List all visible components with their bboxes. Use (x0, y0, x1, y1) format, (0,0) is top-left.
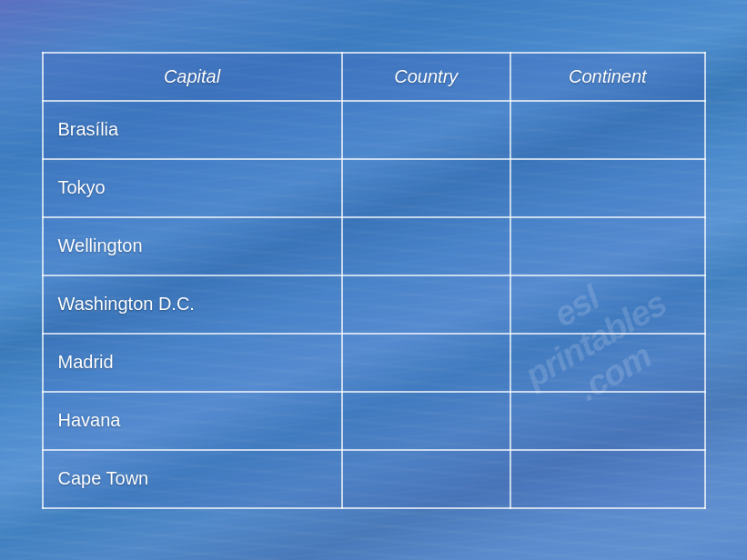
table-row: Cape Town (43, 450, 705, 508)
cell-capital-3: Washington D.C. (43, 275, 342, 334)
cell-capital-0: Brasília (43, 101, 342, 159)
cell-capital-4: Madrid (43, 334, 342, 392)
cell-country-6 (342, 450, 511, 508)
header-country: Country (342, 53, 511, 101)
cell-capital-2: Wellington (43, 217, 342, 275)
background: eslprintables.com Capital Country Contin… (0, 0, 747, 560)
cell-continent-1 (510, 159, 704, 217)
table-row: Wellington (43, 217, 705, 275)
cell-country-4 (342, 334, 511, 392)
cell-continent-0 (510, 101, 704, 159)
cell-country-2 (342, 217, 511, 275)
cell-country-0 (342, 101, 511, 159)
cell-country-1 (342, 159, 511, 217)
table-container: Capital Country Continent BrasíliaTokyoW… (42, 52, 706, 509)
table-row: Brasília (43, 101, 705, 159)
cell-capital-5: Havana (43, 392, 342, 450)
cell-continent-6 (510, 450, 704, 508)
table-header-row: Capital Country Continent (43, 53, 705, 101)
cell-continent-4 (510, 334, 704, 392)
capitals-table: Capital Country Continent BrasíliaTokyoW… (42, 52, 706, 509)
cell-capital-1: Tokyo (43, 159, 342, 217)
header-continent: Continent (510, 53, 704, 101)
cell-country-5 (342, 392, 511, 450)
table-row: Havana (43, 392, 705, 450)
header-capital: Capital (43, 53, 342, 101)
table-row: Tokyo (43, 159, 705, 217)
cell-country-3 (342, 275, 511, 334)
cell-capital-6: Cape Town (43, 450, 342, 508)
table-row: Washington D.C. (43, 275, 705, 334)
cell-continent-3 (510, 275, 704, 334)
cell-continent-5 (510, 392, 704, 450)
table-row: Madrid (43, 334, 705, 392)
cell-continent-2 (510, 217, 704, 275)
